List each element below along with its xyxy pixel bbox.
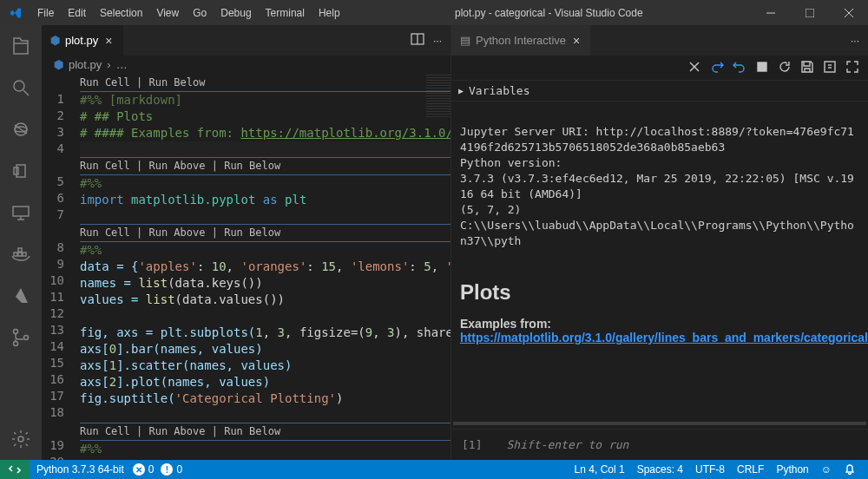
svg-rect-15 [18,253,22,256]
status-eol[interactable]: CRLF [737,463,764,476]
split-editor-icon[interactable] [411,32,424,49]
menu-selection[interactable]: Selection [93,3,149,23]
minimap[interactable] [426,75,450,118]
svg-point-20 [24,336,29,340]
menu-file[interactable]: File [30,3,61,23]
interactive-output: Jupyter Server URI: http://localhost:888… [451,102,868,272]
editor-group-right: ▤ Python Interactive × ··· [451,25,868,460]
python-file-icon: ⬢ [50,34,60,47]
svg-rect-14 [14,253,17,256]
debug-no-icon[interactable] [0,108,42,150]
warning-icon: ! [161,463,173,476]
svg-point-4 [14,81,24,91]
menubar: File Edit Selection View Go Debug Termin… [30,3,347,23]
run-cell-link[interactable]: Run Cell | Run Above | Run Below [80,425,280,437]
remote-explorer-icon[interactable] [0,192,42,233]
redo-icon[interactable] [710,60,724,76]
stop-icon[interactable] [755,60,769,76]
test-icon[interactable] [0,150,42,192]
tab-label: Python Interactive [476,34,566,47]
more-actions-icon[interactable]: ··· [433,35,442,47]
plots-heading: Plots [460,280,859,305]
interactive-input[interactable]: [1] Shift-enter to run [451,429,868,460]
variables-panel-toggle[interactable]: ▶ Variables [451,80,868,102]
run-cell-link[interactable]: Run Cell | Run Below [80,76,206,89]
close-button[interactable] [829,0,868,25]
menu-help[interactable]: Help [312,3,347,23]
menu-edit[interactable]: Edit [61,3,93,23]
status-notifications-icon[interactable] [844,463,856,476]
status-feedback-icon[interactable]: ☺ [821,463,832,476]
svg-rect-16 [23,253,26,256]
examples-link[interactable]: https://matplotlib.org/3.1.0/gallery/lin… [460,331,868,344]
explorer-icon[interactable] [0,25,42,67]
source-control-icon[interactable] [0,317,42,358]
status-problems[interactable]: ✕0 !0 [133,463,182,476]
menu-terminal[interactable]: Terminal [259,3,312,23]
python-file-icon: ⬢ [54,58,63,71]
docker-icon[interactable] [0,233,42,275]
save-icon[interactable] [800,60,814,76]
export-icon[interactable] [823,60,837,76]
status-encoding[interactable]: UTF-8 [695,463,725,476]
interactive-markdown: Plots Examples from: https://matplotlib.… [451,272,868,418]
expand-icon[interactable] [845,60,859,76]
svg-point-18 [14,330,18,334]
error-icon: ✕ [133,463,145,476]
maximize-button[interactable] [790,0,829,25]
undo-icon[interactable] [733,60,746,76]
status-language[interactable]: Python [776,463,808,476]
code-editor[interactable]: 1234 567 89101112131415161718 1920212223… [42,75,450,460]
activity-bar [0,25,42,460]
tab-label: plot.py [65,34,98,47]
status-bar: Python 3.7.3 64-bit ✕0 !0 Ln 4, Col 1 Sp… [0,460,868,479]
vscode-logo-icon [0,6,30,20]
chevron-right-icon: ▶ [458,86,464,95]
svg-rect-1 [806,9,814,17]
close-icon[interactable]: × [103,34,114,48]
more-actions-icon[interactable]: ··· [851,35,859,47]
breadcrumb-file: plot.py [69,58,102,71]
breadcrumb[interactable]: ⬢ plot.py › … [42,56,450,75]
status-python[interactable]: Python 3.7.3 64-bit [36,463,124,476]
svg-rect-11 [13,207,29,216]
svg-rect-28 [825,62,835,72]
svg-point-19 [14,342,18,346]
azure-icon[interactable] [0,275,42,317]
menu-debug[interactable]: Debug [214,3,258,23]
svg-rect-27 [758,62,766,71]
svg-rect-17 [18,248,22,252]
input-placeholder: Shift-enter to run [506,438,628,451]
interactive-toolbar [451,56,868,80]
menu-go[interactable]: Go [186,3,214,23]
svg-line-5 [23,90,29,95]
tab-python-interactive[interactable]: ▤ Python Interactive × [451,25,591,56]
settings-gear-icon[interactable] [0,418,42,460]
cancel-icon[interactable] [687,60,701,76]
status-cursor[interactable]: Ln 4, Col 1 [575,463,625,476]
restart-icon[interactable] [778,60,792,76]
title-bar: File Edit Selection View Go Debug Termin… [0,0,868,25]
interactive-icon: ▤ [460,34,470,47]
run-cell-link[interactable]: Run Cell | Run Above | Run Below [80,160,280,172]
output-divider [453,422,866,425]
menu-view[interactable]: View [149,3,186,23]
close-icon[interactable]: × [571,34,582,48]
svg-point-22 [18,436,23,442]
input-index: [1] [462,438,482,451]
variables-label: Variables [469,84,529,97]
run-cell-link[interactable]: Run Cell | Run Above | Run Below [80,226,280,239]
remote-indicator[interactable] [0,460,30,479]
window-title: plot.py - categorical - Visual Studio Co… [347,7,751,19]
editor-tab-plot-py[interactable]: ⬢ plot.py × [42,25,124,56]
line-gutter: 1234 567 89101112131415161718 1920212223 [42,75,80,460]
status-indent[interactable]: Spaces: 4 [637,463,683,476]
editor-group-left: ⬢ plot.py × ··· ⬢ plot.py › … 1234 [42,25,451,460]
search-icon[interactable] [0,67,42,108]
minimize-button[interactable] [751,0,790,25]
